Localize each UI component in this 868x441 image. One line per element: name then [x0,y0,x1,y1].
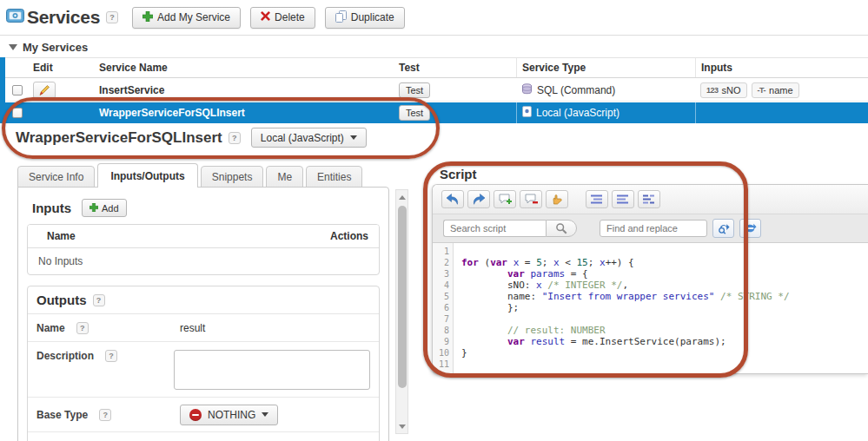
service-type: Local (JavaScript) [536,107,620,119]
replace-icon[interactable] [739,219,761,238]
no-entry-icon [189,409,202,421]
add-comment-icon[interactable] [494,190,516,208]
find-replace-input[interactable] [600,220,707,237]
col-header-test: Test [395,62,516,74]
auto-format-icon[interactable] [638,190,660,208]
service-row-insertservice[interactable]: InsertService Test SQL (Command) 123 sNO… [5,79,868,102]
service-detail-title: WrapperServiceForSQLInsert [16,129,222,147]
outputs-help-badge[interactable]: ? [93,294,105,306]
scroll-up-arrow[interactable] [396,191,407,203]
javascript-service-icon [522,106,532,120]
service-name: InsertService [94,84,395,96]
services-logo-icon [6,8,24,27]
test-service-button[interactable]: Test [399,105,430,121]
row-checkbox[interactable] [12,85,23,95]
tab-snippets[interactable]: Snippets [201,166,264,188]
redo-icon[interactable] [467,190,490,208]
search-icon[interactable] [546,220,577,237]
output-name-label: Name [36,322,65,334]
services-table-header: Edit Service Name Test Service Type Inpu… [5,57,868,78]
script-search-bar [433,214,868,243]
service-row-wrapperservice-selected[interactable]: WrapperServiceForSQLInsert Test Local (J… [5,102,868,123]
collapse-triangle-icon [9,44,17,50]
my-services-label: My Services [23,41,88,54]
service-help-badge[interactable]: ? [229,132,241,144]
col-header-inputs: Inputs [695,58,868,77]
find-highlight-icon[interactable] [712,219,734,238]
no-inputs-row: No Inputs [28,248,379,274]
col-header-edit: Edit [30,62,94,74]
page-help-badge[interactable]: ? [106,11,118,23]
row-checkbox[interactable] [12,108,23,118]
chevron-down-icon [262,412,268,417]
page-header: Services ? Add My Service Delete Duplica… [0,0,868,36]
description-label: Description [36,350,94,362]
left-panel-scrollbar[interactable] [395,189,408,434]
services-page: Services ? Add My Service Delete Duplica… [0,0,868,441]
col-header-service-name: Service Name [94,62,395,74]
remove-comment-icon[interactable] [520,190,542,208]
tab-service-info[interactable]: Service Info [17,166,95,188]
base-type-dropdown[interactable]: NOTHING [180,405,278,425]
input-badge-name: -T- name [752,82,799,98]
script-code-editor[interactable]: 1234567891011 for (var x = 5; x < 15; x+… [433,243,868,373]
description-help-badge[interactable]: ? [105,350,117,362]
indent-right-icon[interactable] [612,190,634,208]
outputs-heading: Outputs [36,293,87,307]
script-editor-panel: 1234567891011 for (var x = 5; x < 15; x+… [432,184,868,374]
edit-pencil-button[interactable] [33,82,56,99]
inputs-outputs-panel: Inputs Add Name Actions No Inputs Output… [17,187,389,441]
base-type-label: Base Type [36,409,88,421]
service-type: SQL (Command) [537,84,615,96]
tab-me[interactable]: Me [266,166,303,188]
inputs-col-name: Name [47,230,76,242]
detail-tabs: Service Info Inputs/Outputs Snippets Me … [17,163,365,188]
my-services-collapse-header[interactable]: My Services [9,41,88,54]
description-textarea[interactable] [174,350,370,390]
base-type-help-badge[interactable]: ? [99,409,111,421]
plus-icon [89,203,98,214]
col-header-service-type: Service Type [516,58,695,77]
page-title: Services [27,7,100,28]
outputs-section: Outputs ? Name ? result Description ? [27,286,380,441]
delete-x-icon [261,11,270,23]
code-content[interactable]: for (var x = 5; x < 15; x++) { var param… [454,243,868,373]
inputs-heading: Inputs [32,201,71,215]
tab-entities[interactable]: Entities [306,166,362,188]
add-my-service-button[interactable]: Add My Service [132,7,241,29]
output-name-value: result [180,322,205,334]
chevron-down-icon [350,135,357,140]
line-numbers-gutter: 1234567891011 [433,243,454,373]
script-toolbar [433,185,868,214]
tidy-code-icon[interactable] [546,190,568,208]
duplicate-button[interactable]: Duplicate [325,7,405,29]
inputs-col-actions: Actions [330,230,368,242]
search-script-input[interactable] [443,220,546,237]
script-heading: Script [440,167,477,181]
scrollbar-thumb[interactable] [398,206,407,388]
test-service-button[interactable]: Test [399,82,430,98]
tab-inputs-outputs[interactable]: Inputs/Outputs [97,163,197,188]
add-input-button[interactable]: Add [82,199,127,217]
name-help-badge[interactable]: ? [76,322,89,334]
pencil-icon [38,84,50,96]
duplicate-icon [335,10,347,25]
input-badge-sno: 123 sNO [700,82,747,98]
service-type-dropdown[interactable]: Local (JavaScript) [251,128,367,148]
inputs-table: Name Actions No Inputs [27,224,380,275]
service-detail-header: WrapperServiceForSQLInsert ? Local (Java… [16,128,367,148]
delete-button[interactable]: Delete [250,7,315,29]
sql-service-icon [521,83,533,97]
plus-icon [142,11,153,24]
service-name: WrapperServiceForSQLInsert [94,107,395,119]
scroll-down-arrow[interactable] [396,420,407,432]
indent-left-icon[interactable] [586,190,608,208]
undo-icon[interactable] [441,190,464,208]
